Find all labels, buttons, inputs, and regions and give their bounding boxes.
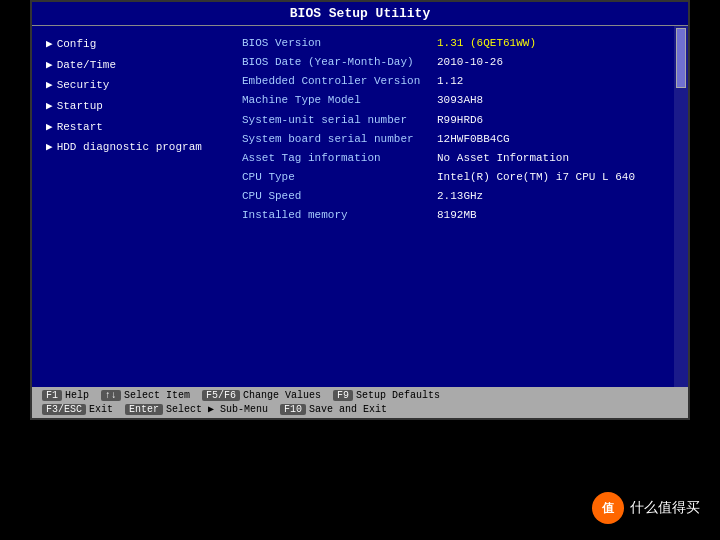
menu-arrow: ▶ [46,118,53,137]
menu-item-label: Security [57,76,110,95]
menu-arrow: ▶ [46,97,53,116]
menu-item-startup[interactable]: ▶Startup [42,96,222,117]
footer-desc: Exit [89,404,113,415]
info-row: System-unit serial numberR99HRD6 [242,111,664,129]
left-panel: ▶Config▶Date/Time▶Security▶Startup▶Resta… [32,26,232,387]
info-value: R99HRD6 [437,111,483,129]
info-value: 3093AH8 [437,91,483,109]
footer-desc: Setup Defaults [356,390,440,401]
footer-key: F5/F6 [202,390,240,401]
footer-item: F1Help [42,390,89,401]
info-label: Asset Tag information [242,149,437,167]
info-label: Installed memory [242,206,437,224]
scrollbar-thumb [676,28,686,88]
menu-arrow: ▶ [46,76,53,95]
menu-item-date/time[interactable]: ▶Date/Time [42,55,222,76]
info-label: CPU Speed [242,187,437,205]
info-row: CPU TypeIntel(R) Core(TM) i7 CPU L 640 [242,168,664,186]
footer-desc: Help [65,390,89,401]
info-value: 12HWF0BB4CG [437,130,510,148]
bios-screen: BIOS Setup Utility ▶Config▶Date/Time▶Sec… [30,0,690,420]
footer-key: Enter [125,404,163,415]
info-value: 1.31 (6QET61WW) [437,34,536,52]
info-panel: BIOS Version1.31 (6QET61WW)BIOS Date (Ye… [232,26,674,387]
info-value: Intel(R) Core(TM) i7 CPU L 640 [437,168,635,186]
menu-item-label: Startup [57,97,103,116]
bottom-area: 值 什么值得买 [0,420,720,540]
menu-item-label: Restart [57,118,103,137]
info-label: System-unit serial number [242,111,437,129]
menu-arrow: ▶ [46,35,53,54]
menu-item-label: HDD diagnostic program [57,138,202,157]
smzdm-icon: 值 [592,492,624,524]
menu-item-label: Date/Time [57,56,116,75]
info-row: Asset Tag informationNo Asset Informatio… [242,149,664,167]
info-label: System board serial number [242,130,437,148]
footer-item: F10Save and Exit [280,404,387,415]
info-value: No Asset Information [437,149,569,167]
footer-key: F9 [333,390,353,401]
main-content: ▶Config▶Date/Time▶Security▶Startup▶Resta… [32,26,688,387]
footer-desc: Save and Exit [309,404,387,415]
footer-item: F5/F6Change Values [202,390,321,401]
info-row: BIOS Version1.31 (6QET61WW) [242,34,664,52]
bios-title: BIOS Setup Utility [290,6,430,21]
info-label: BIOS Version [242,34,437,52]
info-row: BIOS Date (Year-Month-Day)2010-10-26 [242,53,664,71]
scrollbar[interactable] [674,26,688,387]
footer-key: ↑↓ [101,390,121,401]
info-value: 8192MB [437,206,477,224]
footer-desc: Change Values [243,390,321,401]
info-row: System board serial number12HWF0BB4CG [242,130,664,148]
footer-key: F3/ESC [42,404,86,415]
info-row: Installed memory8192MB [242,206,664,224]
info-label: Embedded Controller Version [242,72,437,90]
footer-item: ↑↓Select Item [101,390,190,401]
info-label: Machine Type Model [242,91,437,109]
info-value: 2010-10-26 [437,53,503,71]
footer-key: F1 [42,390,62,401]
menu-arrow: ▶ [46,56,53,75]
footer-desc: Select Item [124,390,190,401]
info-value: 2.13GHz [437,187,483,205]
menu-item-restart[interactable]: ▶Restart [42,117,222,138]
info-row: Embedded Controller Version1.12 [242,72,664,90]
info-label: CPU Type [242,168,437,186]
footer-item: EnterSelect ▶ Sub-Menu [125,403,268,415]
menu-item-label: Config [57,35,97,54]
menu-item-config[interactable]: ▶Config [42,34,222,55]
footer-key: F10 [280,404,306,415]
menu-arrow: ▶ [46,138,53,157]
menu-item-security[interactable]: ▶Security [42,75,222,96]
footer-desc: Select ▶ Sub-Menu [166,403,268,415]
title-bar: BIOS Setup Utility [32,2,688,26]
footer-bar: F1Help↑↓Select ItemF5/F6Change ValuesF9S… [32,387,688,418]
smzdm-badge: 值 什么值得买 [592,492,700,524]
smzdm-text: 什么值得买 [630,499,700,517]
info-label: BIOS Date (Year-Month-Day) [242,53,437,71]
footer-item: F9Setup Defaults [333,390,440,401]
info-row: Machine Type Model3093AH8 [242,91,664,109]
info-value: 1.12 [437,72,463,90]
menu-item-hdd-diagnostic-program[interactable]: ▶HDD diagnostic program [42,137,222,158]
info-row: CPU Speed2.13GHz [242,187,664,205]
footer-item: F3/ESCExit [42,404,113,415]
